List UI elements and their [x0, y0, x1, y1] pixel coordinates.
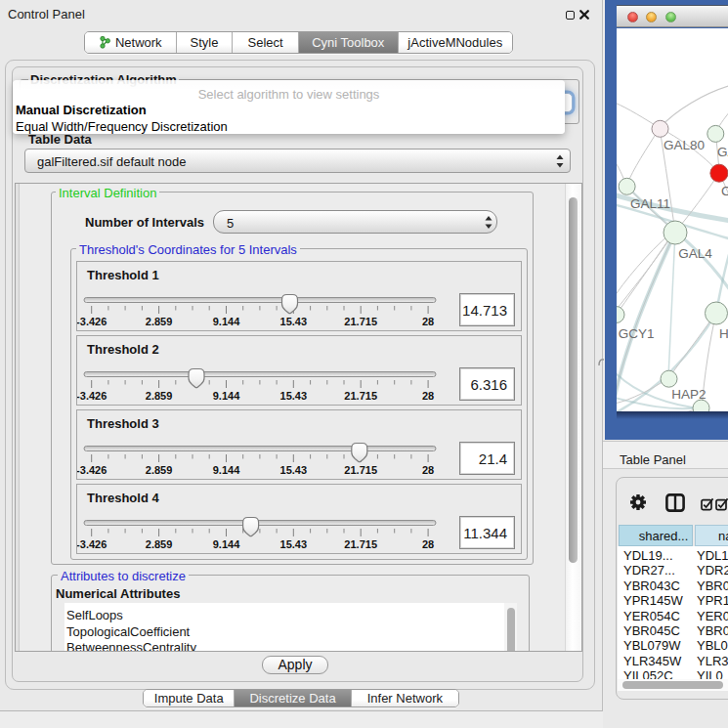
svg-text:28: 28: [422, 464, 434, 476]
svg-text:2.859: 2.859: [146, 538, 173, 550]
svg-text:2.859: 2.859: [146, 316, 173, 327]
svg-text:-3.426: -3.426: [77, 316, 107, 327]
svg-text:21.715: 21.715: [344, 464, 377, 476]
svg-text:H: H: [719, 326, 728, 341]
svg-text:21.715: 21.715: [344, 316, 377, 327]
svg-text:-3.426: -3.426: [77, 538, 107, 550]
svg-text:28: 28: [422, 390, 434, 402]
svg-text:21.715: 21.715: [344, 538, 377, 550]
svg-text:C: C: [721, 184, 728, 198]
svg-text:2.859: 2.859: [146, 390, 173, 402]
svg-text:9.144: 9.144: [213, 538, 240, 550]
svg-text:28: 28: [422, 316, 434, 327]
svg-text:GAL80: GAL80: [664, 138, 705, 152]
svg-text:9.144: 9.144: [213, 390, 240, 402]
svg-text:21.715: 21.715: [344, 390, 377, 402]
svg-text:HAP2: HAP2: [671, 387, 706, 402]
svg-text:GA: GA: [717, 145, 728, 159]
svg-text:28: 28: [422, 538, 434, 550]
svg-text:15.43: 15.43: [280, 538, 308, 550]
svg-text:GCY1: GCY1: [619, 326, 655, 341]
svg-text:9.144: 9.144: [213, 464, 240, 476]
svg-text:2.859: 2.859: [146, 464, 173, 476]
svg-text:15.43: 15.43: [280, 464, 308, 476]
svg-text:GAL11: GAL11: [630, 196, 670, 211]
svg-text:-3.426: -3.426: [77, 390, 107, 402]
svg-text:15.43: 15.43: [280, 390, 308, 402]
svg-text:GAL4: GAL4: [678, 246, 712, 261]
svg-text:-3.426: -3.426: [77, 464, 107, 476]
svg-text:9.144: 9.144: [213, 316, 240, 327]
svg-text:15.43: 15.43: [280, 316, 308, 327]
